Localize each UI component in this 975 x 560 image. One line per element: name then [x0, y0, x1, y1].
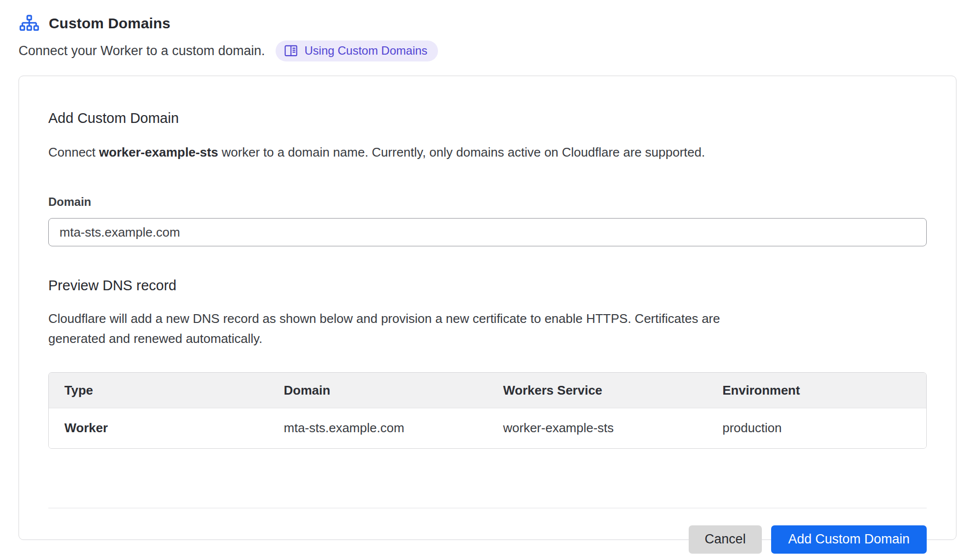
add-custom-domain-card: Add Custom Domain Connect worker-example…: [19, 76, 956, 540]
cell-domain: mta-sts.example.com: [268, 408, 488, 448]
domain-input[interactable]: [48, 218, 927, 246]
domain-field-label: Domain: [48, 195, 927, 209]
page-header: Custom Domains: [19, 15, 956, 32]
column-header-workers-service: Workers Service: [488, 373, 707, 408]
table-header-row: Type Domain Workers Service Environment: [49, 373, 926, 408]
cell-environment: production: [707, 408, 926, 448]
using-custom-domains-link[interactable]: Using Custom Domains: [276, 40, 438, 61]
preview-dns-record-heading: Preview DNS record: [48, 278, 927, 294]
worker-name: worker-example-sts: [99, 145, 218, 160]
cell-type: Worker: [49, 408, 268, 448]
page-subtitle: Connect your Worker to a custom domain.: [19, 43, 265, 59]
footer-divider: [48, 508, 927, 508]
card-description: Connect worker-example-sts worker to a d…: [48, 143, 927, 161]
description-suffix: worker to a domain name. Currently, only…: [218, 145, 705, 160]
description-prefix: Connect: [48, 145, 99, 160]
footer-actions: Cancel Add Custom Domain: [48, 525, 927, 554]
open-book-icon: [284, 45, 298, 57]
cell-workers-service: worker-example-sts: [488, 408, 707, 448]
page-title: Custom Domains: [49, 15, 171, 32]
add-custom-domain-heading: Add Custom Domain: [48, 110, 927, 126]
custom-domains-page: Custom Domains Connect your Worker to a …: [0, 0, 975, 540]
column-header-environment: Environment: [707, 373, 926, 408]
column-header-type: Type: [49, 373, 268, 408]
using-custom-domains-label: Using Custom Domains: [304, 45, 427, 57]
add-custom-domain-button[interactable]: Add Custom Domain: [771, 525, 927, 554]
sitemap-icon: [20, 15, 39, 32]
page-subheader: Connect your Worker to a custom domain. …: [19, 40, 956, 61]
table-row: Worker mta-sts.example.com worker-exampl…: [49, 408, 926, 448]
cancel-button[interactable]: Cancel: [689, 525, 762, 554]
dns-preview-table: Type Domain Workers Service Environment …: [48, 372, 927, 449]
preview-description: Cloudflare will add a new DNS record as …: [48, 309, 777, 348]
column-header-domain: Domain: [268, 373, 488, 408]
